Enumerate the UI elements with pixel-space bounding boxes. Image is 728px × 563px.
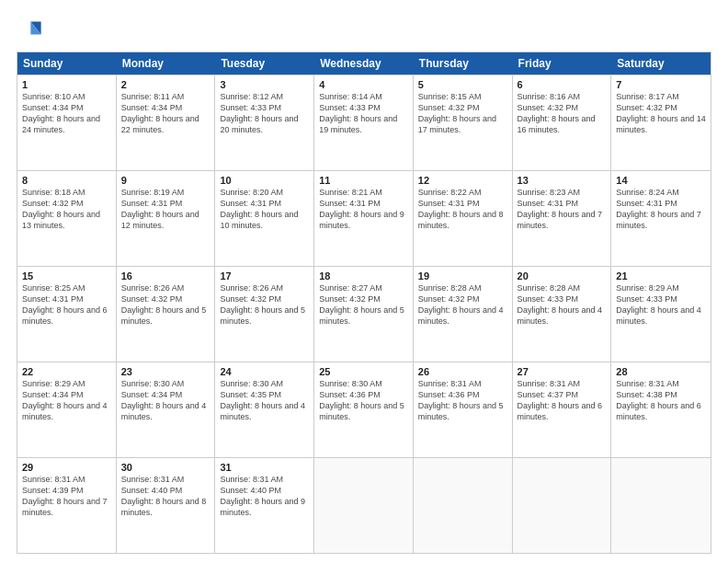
day-number: 25: [319, 366, 408, 377]
day-number: 18: [319, 270, 408, 282]
day-info: Sunrise: 8:26 AM Sunset: 4:32 PM Dayligh…: [220, 282, 309, 327]
header-day-sunday: Sunday: [17, 52, 117, 75]
day-cell-3: 3 Sunrise: 8:12 AM Sunset: 4:33 PM Dayli…: [215, 75, 314, 170]
day-info: Sunrise: 8:12 AM Sunset: 4:33 PM Dayligh…: [220, 91, 309, 136]
day-cell-11: 11 Sunrise: 8:21 AM Sunset: 4:31 PM Dayl…: [314, 171, 414, 266]
empty-cell: [513, 458, 612, 553]
day-cell-21: 21 Sunrise: 8:29 AM Sunset: 4:33 PM Dayl…: [611, 267, 711, 362]
day-cell-25: 25 Sunrise: 8:30 AM Sunset: 4:36 PM Dayl…: [314, 362, 414, 457]
calendar-body: 1 Sunrise: 8:10 AM Sunset: 4:34 PM Dayli…: [17, 75, 711, 553]
day-number: 16: [121, 270, 210, 282]
day-cell-1: 1 Sunrise: 8:10 AM Sunset: 4:34 PM Dayli…: [17, 75, 117, 170]
day-cell-16: 16 Sunrise: 8:26 AM Sunset: 4:32 PM Dayl…: [117, 267, 216, 362]
day-number: 30: [121, 462, 210, 473]
header-day-saturday: Saturday: [611, 52, 711, 75]
day-number: 5: [418, 79, 507, 90]
header-day-monday: Monday: [117, 52, 216, 75]
day-number: 3: [220, 79, 309, 90]
day-cell-28: 28 Sunrise: 8:31 AM Sunset: 4:38 PM Dayl…: [611, 362, 711, 457]
day-info: Sunrise: 8:16 AM Sunset: 4:32 PM Dayligh…: [518, 91, 607, 136]
day-info: Sunrise: 8:10 AM Sunset: 4:34 PM Dayligh…: [22, 91, 111, 136]
day-info: Sunrise: 8:31 AM Sunset: 4:39 PM Dayligh…: [22, 474, 111, 519]
day-info: Sunrise: 8:28 AM Sunset: 4:33 PM Dayligh…: [518, 282, 607, 327]
header-day-thursday: Thursday: [414, 52, 513, 75]
day-number: 1: [22, 79, 111, 90]
day-cell-26: 26 Sunrise: 8:31 AM Sunset: 4:36 PM Dayl…: [414, 362, 513, 457]
day-number: 7: [616, 79, 706, 90]
day-number: 13: [518, 175, 607, 186]
day-info: Sunrise: 8:15 AM Sunset: 4:32 PM Dayligh…: [418, 91, 507, 136]
header: [17, 17, 711, 42]
week-row-2: 8 Sunrise: 8:18 AM Sunset: 4:32 PM Dayli…: [17, 170, 711, 266]
day-number: 28: [616, 366, 706, 377]
day-number: 11: [319, 175, 408, 186]
day-number: 8: [22, 175, 111, 186]
day-info: Sunrise: 8:29 AM Sunset: 4:34 PM Dayligh…: [22, 378, 111, 423]
day-info: Sunrise: 8:22 AM Sunset: 4:31 PM Dayligh…: [418, 187, 507, 232]
day-number: 4: [319, 79, 408, 90]
day-cell-23: 23 Sunrise: 8:30 AM Sunset: 4:34 PM Dayl…: [117, 362, 216, 457]
day-cell-15: 15 Sunrise: 8:25 AM Sunset: 4:31 PM Dayl…: [17, 267, 117, 362]
day-info: Sunrise: 8:31 AM Sunset: 4:36 PM Dayligh…: [418, 378, 507, 423]
week-row-5: 29 Sunrise: 8:31 AM Sunset: 4:39 PM Dayl…: [17, 457, 711, 553]
day-cell-22: 22 Sunrise: 8:29 AM Sunset: 4:34 PM Dayl…: [17, 362, 117, 457]
day-info: Sunrise: 8:30 AM Sunset: 4:36 PM Dayligh…: [319, 378, 408, 423]
day-info: Sunrise: 8:31 AM Sunset: 4:40 PM Dayligh…: [220, 474, 309, 519]
day-number: 10: [220, 175, 309, 186]
week-row-4: 22 Sunrise: 8:29 AM Sunset: 4:34 PM Dayl…: [17, 362, 711, 457]
day-number: 26: [418, 366, 507, 377]
day-info: Sunrise: 8:25 AM Sunset: 4:31 PM Dayligh…: [22, 282, 111, 327]
day-info: Sunrise: 8:19 AM Sunset: 4:31 PM Dayligh…: [121, 187, 210, 232]
day-info: Sunrise: 8:21 AM Sunset: 4:31 PM Dayligh…: [319, 187, 408, 232]
day-cell-27: 27 Sunrise: 8:31 AM Sunset: 4:37 PM Dayl…: [513, 362, 612, 457]
day-info: Sunrise: 8:31 AM Sunset: 4:40 PM Dayligh…: [121, 474, 210, 519]
day-cell-2: 2 Sunrise: 8:11 AM Sunset: 4:34 PM Dayli…: [117, 75, 216, 170]
day-info: Sunrise: 8:31 AM Sunset: 4:38 PM Dayligh…: [616, 378, 706, 423]
day-number: 24: [220, 366, 309, 377]
day-number: 14: [616, 175, 706, 186]
calendar-header: SundayMondayTuesdayWednesdayThursdayFrid…: [17, 52, 711, 75]
day-cell-12: 12 Sunrise: 8:22 AM Sunset: 4:31 PM Dayl…: [414, 171, 513, 266]
day-number: 22: [22, 366, 111, 377]
day-info: Sunrise: 8:23 AM Sunset: 4:31 PM Dayligh…: [518, 187, 607, 232]
day-cell-6: 6 Sunrise: 8:16 AM Sunset: 4:32 PM Dayli…: [513, 75, 612, 170]
empty-cell: [414, 458, 513, 553]
day-cell-29: 29 Sunrise: 8:31 AM Sunset: 4:39 PM Dayl…: [17, 458, 117, 553]
day-number: 31: [220, 462, 309, 473]
day-info: Sunrise: 8:17 AM Sunset: 4:32 PM Dayligh…: [616, 91, 706, 136]
day-cell-17: 17 Sunrise: 8:26 AM Sunset: 4:32 PM Dayl…: [215, 267, 314, 362]
day-cell-10: 10 Sunrise: 8:20 AM Sunset: 4:31 PM Dayl…: [215, 171, 314, 266]
logo: [17, 17, 46, 42]
day-info: Sunrise: 8:24 AM Sunset: 4:31 PM Dayligh…: [616, 187, 706, 232]
day-info: Sunrise: 8:31 AM Sunset: 4:37 PM Dayligh…: [518, 378, 607, 423]
day-number: 19: [418, 270, 507, 282]
day-info: Sunrise: 8:28 AM Sunset: 4:32 PM Dayligh…: [418, 282, 507, 327]
day-cell-14: 14 Sunrise: 8:24 AM Sunset: 4:31 PM Dayl…: [611, 171, 711, 266]
day-cell-8: 8 Sunrise: 8:18 AM Sunset: 4:32 PM Dayli…: [17, 171, 117, 266]
day-cell-24: 24 Sunrise: 8:30 AM Sunset: 4:35 PM Dayl…: [215, 362, 314, 457]
day-number: 15: [22, 270, 111, 282]
day-number: 20: [518, 270, 607, 282]
day-info: Sunrise: 8:18 AM Sunset: 4:32 PM Dayligh…: [22, 187, 111, 232]
empty-cell: [611, 458, 711, 553]
day-info: Sunrise: 8:30 AM Sunset: 4:35 PM Dayligh…: [220, 378, 309, 423]
day-cell-13: 13 Sunrise: 8:23 AM Sunset: 4:31 PM Dayl…: [513, 171, 612, 266]
day-cell-20: 20 Sunrise: 8:28 AM Sunset: 4:33 PM Dayl…: [513, 267, 612, 362]
page: SundayMondayTuesdayWednesdayThursdayFrid…: [0, 0, 728, 563]
day-cell-9: 9 Sunrise: 8:19 AM Sunset: 4:31 PM Dayli…: [117, 171, 216, 266]
day-info: Sunrise: 8:20 AM Sunset: 4:31 PM Dayligh…: [220, 187, 309, 232]
week-row-1: 1 Sunrise: 8:10 AM Sunset: 4:34 PM Dayli…: [17, 75, 711, 170]
week-row-3: 15 Sunrise: 8:25 AM Sunset: 4:31 PM Dayl…: [17, 266, 711, 362]
day-number: 2: [121, 79, 210, 90]
day-number: 17: [220, 270, 309, 282]
day-number: 12: [418, 175, 507, 186]
day-number: 29: [22, 462, 111, 473]
header-day-friday: Friday: [513, 52, 612, 75]
day-info: Sunrise: 8:29 AM Sunset: 4:33 PM Dayligh…: [616, 282, 706, 327]
day-number: 21: [616, 270, 706, 282]
day-cell-18: 18 Sunrise: 8:27 AM Sunset: 4:32 PM Dayl…: [314, 267, 414, 362]
day-cell-30: 30 Sunrise: 8:31 AM Sunset: 4:40 PM Dayl…: [117, 458, 216, 553]
calendar: SundayMondayTuesdayWednesdayThursdayFrid…: [17, 52, 711, 554]
day-info: Sunrise: 8:14 AM Sunset: 4:33 PM Dayligh…: [319, 91, 408, 136]
empty-cell: [314, 458, 414, 553]
